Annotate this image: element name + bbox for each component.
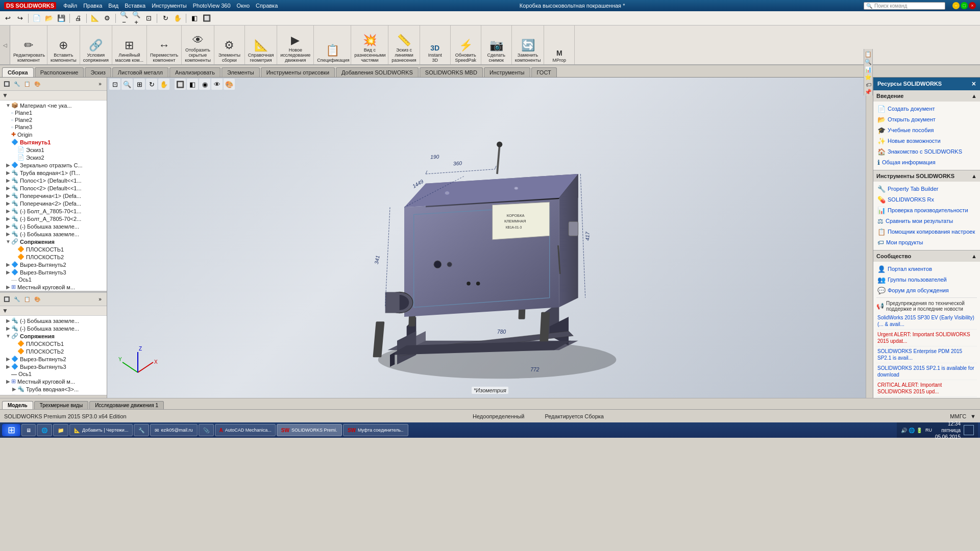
close-button[interactable]: × (969, 2, 976, 9)
link-open-doc[interactable]: 📂 Открыть документ (876, 114, 977, 125)
lower-tree-plane1[interactable]: 🔶 ПЛОСКОСТЬ1 (0, 340, 107, 347)
appear-manager-btn2[interactable]: 🎨 (33, 295, 42, 304)
ribbon-replace-components[interactable]: 🔄 Заменитькомпоненты (512, 26, 545, 64)
tree-item-bushing2[interactable]: ▶ 🔩 (-) Бобышка заземле... (0, 230, 107, 238)
section-intro-header[interactable]: Введение ▲ (873, 90, 980, 102)
ribbon-show-hidden[interactable]: 👁 Отобразитьскрытыекомпоненты (182, 26, 214, 64)
ribbon-exploded-view[interactable]: 💥 Вид сразнесеннымичастями (351, 26, 388, 64)
zoom-box-btn[interactable]: ⊞ (134, 79, 145, 90)
taskbar-btn-app5[interactable]: 🔧 (134, 424, 149, 436)
menu-insert[interactable]: Вставка (121, 3, 149, 9)
appear-manager-btn[interactable]: 🎨 (33, 80, 42, 89)
ribbon-move-component[interactable]: ↔ Переместитькомпонент (147, 26, 182, 64)
display-style-btn[interactable]: 🔲 (175, 79, 186, 90)
tree-item-mates[interactable]: ▼ 🔗 Сопряжения (0, 238, 107, 245)
upper-tree-area[interactable]: ▼ 📦 Материал <не ука... ▫ Plane1 ▫ Plane… (0, 101, 107, 291)
view-area[interactable]: ⊡ 🔍 ⊞ ↻ ✋ 🔲 ◧ ◉ 👁 🎨 (107, 78, 873, 398)
bottom-tab-motion-study[interactable]: Исследование движения 1 (89, 401, 164, 409)
taskbar-btn-coupling[interactable]: SW Муфта соединитель... (343, 424, 408, 436)
link-create-doc[interactable]: 📄 Создать документ (876, 104, 977, 114)
settings-button[interactable]: ⚙ (102, 13, 113, 24)
tree-item-crossbar1[interactable]: ▶ 🔩 Поперечина<1> (Defa... (0, 192, 107, 199)
lower-tree-cut2[interactable]: ▶ 🔷 Вырез-Вытянуть2 (0, 355, 107, 363)
tree-item-bushing1[interactable]: ▶ 🔩 (-) Бобышка заземле... (0, 222, 107, 230)
taskbar-btn-explorer[interactable]: 🖥 (21, 424, 36, 436)
taskbar-btn-app7[interactable]: 📎 (199, 424, 214, 436)
menu-help[interactable]: Справка (253, 3, 281, 9)
tree-item-pipe1[interactable]: ▶ 🔩 Труба вводная<1> (П... (0, 169, 107, 177)
start-button[interactable]: ⊞ (2, 424, 20, 436)
tree-item-origin[interactable]: ✚ Origin (0, 131, 107, 138)
print-button[interactable]: 🖨 (72, 13, 84, 24)
rotate-view-btn[interactable]: ↻ (146, 79, 157, 90)
tree-item-plane-mate2[interactable]: 🔶 ПЛОСКОСТЬ2 (0, 253, 107, 261)
tab-assembly[interactable]: Сборка (2, 67, 34, 77)
section-community-header[interactable]: Сообщество ▲ (873, 251, 980, 262)
tree-item-cut2[interactable]: ▶ 🔷 Вырез-Вытянуть2 (0, 261, 107, 268)
rotate-button[interactable]: ↻ (160, 13, 171, 24)
minimize-button[interactable]: − (952, 2, 960, 9)
search-box[interactable]: 🔍 Поиск команд (864, 2, 945, 10)
tree-item-sketch2[interactable]: 📄 Эскиз2 (0, 154, 107, 161)
right-panel-close-btn[interactable]: × (972, 80, 976, 88)
units-dropdown[interactable]: ▼ (970, 413, 976, 419)
ribbon-motion-study[interactable]: ▶ Новоеисследованиедвижения (277, 26, 314, 64)
tab-gost[interactable]: ГОСТ (531, 67, 557, 77)
property-manager-btn2[interactable]: 🔧 (12, 295, 21, 304)
ribbon-assembly-features[interactable]: ⚙ Элементысборки (214, 26, 245, 64)
lower-tree-plane2[interactable]: 🔶 ПЛОСКОСТЬ2 (0, 347, 107, 355)
tree-item-extrude1[interactable]: 🔷 Вытянуть1 (0, 138, 107, 146)
lower-tree-bushing1[interactable]: ▶ 🔩 (-) Бобышка заземле... (0, 317, 107, 324)
maximize-button[interactable]: □ (961, 2, 968, 9)
link-property-tab-builder[interactable]: 🔧 Property Tab Builder (876, 184, 977, 194)
display-mode-button[interactable]: 🔲 (201, 13, 212, 24)
ribbon-update-speedpak[interactable]: ⚡ ОбновитьSpeedPak (451, 26, 481, 64)
link-whats-new[interactable]: ✨ Новые возможности (876, 136, 977, 146)
ribbon-insert-components[interactable]: ⊕ Вставитькомпоненты (47, 26, 80, 64)
tree-item-strip2[interactable]: ▶ 🔩 Полос<2> (Default<<1... (0, 184, 107, 192)
ribbon-edit-component[interactable]: ✏ Редактироватькомпонент (10, 26, 47, 64)
tree-item-plane-mate1[interactable]: 🔶 ПЛОСКОСТЬ1 (0, 245, 107, 253)
undo-button[interactable]: ↩ (2, 13, 13, 24)
menu-view[interactable]: Вид (105, 3, 121, 9)
ribbon-instant3d[interactable]: 3D Instant3D (420, 26, 451, 64)
lower-tree-axis[interactable]: — Ось1 (0, 370, 107, 378)
right-panel-scroll[interactable]: Введение ▲ 📄 Создать документ 📂 Открыть … (873, 90, 980, 398)
redo-button[interactable]: ↪ (14, 13, 26, 24)
ribbon-snapshot[interactable]: 📷 Сделатьснимок (481, 26, 512, 64)
ribbon-ref-geometry[interactable]: 📐 Справочнаягеометрия (245, 26, 277, 64)
tree-item-crossbar2[interactable]: ▶ 🔩 Поперечина<2> (Defa... (0, 199, 107, 207)
tree-item-bolt2[interactable]: ▶ 🔩 (-) Болт_A_7805-70<2... (0, 215, 107, 222)
tree-item-axis1[interactable]: — Ось1 (0, 276, 107, 283)
tab-tools[interactable]: Инструменты (484, 67, 530, 77)
bottom-tab-3dviews[interactable]: Трехмерные виды (34, 401, 88, 409)
menu-window[interactable]: Окно (234, 3, 253, 9)
right-scrollbar[interactable] (866, 78, 873, 398)
zoom-fit-view-btn[interactable]: ⊡ (109, 79, 120, 90)
menu-file[interactable]: Файл (60, 3, 80, 9)
panel-scrollbar[interactable] (0, 395, 107, 398)
link-tutorials[interactable]: 🎓 Учебные пособия (876, 125, 977, 136)
section-view-btn[interactable]: ◧ (187, 79, 198, 90)
lower-tree-cut3[interactable]: ▶ 🔷 Вырез-Вытянуть3 (0, 363, 107, 370)
taskbar-btn-folder[interactable]: 📁 (53, 424, 68, 436)
tree-item-mirror[interactable]: ▶ 🔷 Зеркально отразить С... (0, 161, 107, 169)
link-my-products[interactable]: 🏷 Мои продукты (876, 237, 977, 248)
new-button[interactable]: 📄 (31, 13, 42, 24)
feature-manager-btn2[interactable]: 🔲 (2, 295, 11, 304)
expand-btn[interactable]: » (95, 80, 105, 89)
appearance-btn[interactable]: 🎨 (224, 79, 235, 90)
tab-drawing-tools[interactable]: Инструменты отрисовки (261, 67, 335, 77)
show-desktop-btn[interactable] (964, 425, 974, 435)
config-manager-btn[interactable]: 📋 (22, 80, 32, 89)
tree-item-material[interactable]: ▼ 📦 Материал <не ука... (0, 102, 107, 109)
tab-sheet-metal[interactable]: Листовой металл (112, 67, 168, 77)
open-button[interactable]: 📂 (43, 13, 55, 24)
view-orient-btn[interactable]: ◉ (199, 79, 210, 90)
news-item-2[interactable]: Urgent ALERT: Important SOLIDWORKS 2015 … (876, 330, 977, 346)
section-sw-tools-header[interactable]: Инструменты SOLIDWORKS ▲ (873, 170, 980, 182)
zoom-in-view-btn[interactable]: 🔍 (121, 79, 133, 90)
save-button[interactable]: 💾 (56, 13, 67, 24)
tab-addins[interactable]: Добавления SOLIDWORKS (336, 67, 419, 77)
tab-sketch[interactable]: Эскиз (85, 67, 111, 77)
